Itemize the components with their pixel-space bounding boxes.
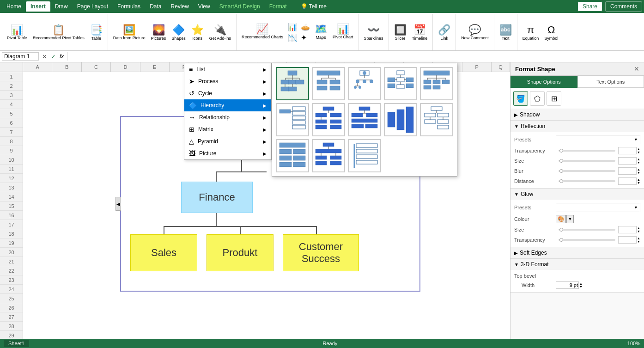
distance-up[interactable]: ▲	[637, 178, 640, 181]
tab-review[interactable]: Review	[166, 1, 193, 12]
hierarchy-option-13[interactable]	[348, 139, 381, 172]
blur-input[interactable]	[618, 167, 637, 175]
reflection-section-header[interactable]: ▼ Reflection	[510, 121, 644, 132]
transparency-up[interactable]: ▲	[637, 147, 640, 151]
symbol-button[interactable]: Ω Symbol	[542, 23, 560, 42]
hierarchy-option-4[interactable]	[384, 67, 417, 100]
new-comment-button[interactable]: 💬 New Comment	[459, 23, 491, 42]
fill-icon-btn[interactable]: 🪣	[513, 91, 528, 106]
line-chart-button[interactable]: 📉	[286, 33, 298, 43]
tab-shape-options[interactable]: Shape Options	[510, 76, 577, 88]
soft-edges-section-header[interactable]: ▶ Soft Edges	[510, 247, 644, 258]
presets-dropdown[interactable]: ▼	[556, 135, 640, 144]
pivot-table-button[interactable]: 📊 Pivot Table	[5, 23, 30, 42]
share-button[interactable]: Share	[577, 1, 602, 12]
glow-size-down[interactable]: ▼	[637, 230, 640, 233]
hierarchy-option-2[interactable]	[312, 67, 345, 100]
glow-transparency-up[interactable]: ▲	[637, 237, 640, 240]
pictures-button[interactable]: 🌄 Pictures	[149, 23, 169, 42]
scroll-handle-left[interactable]: ◀	[115, 197, 121, 211]
slicer-button[interactable]: 🔲 Slicer	[392, 23, 409, 42]
icons-button[interactable]: ⭐ Icons	[189, 23, 206, 42]
size-input[interactable]	[618, 157, 637, 165]
three-d-section-header[interactable]: ▼ 3-D Format	[510, 259, 644, 270]
tab-data[interactable]: Data	[145, 1, 166, 12]
tab-view[interactable]: View	[194, 1, 215, 12]
glow-transparency-input[interactable]	[618, 236, 637, 244]
size-down[interactable]: ▼	[637, 161, 640, 164]
recommended-charts-button[interactable]: 📈 Recommended Charts	[239, 22, 286, 41]
link-button[interactable]: 🔗 Link	[436, 23, 453, 42]
hierarchy-option-6[interactable]	[276, 103, 309, 136]
glow-size-up[interactable]: ▲	[637, 226, 640, 230]
size-slider[interactable]	[559, 160, 615, 162]
format-panel-close-button[interactable]: ✕	[634, 65, 639, 73]
menu-item-matrix[interactable]: ⊞ Matrix ▶	[184, 123, 271, 135]
glow-size-input[interactable]	[618, 226, 637, 233]
size-icon-btn[interactable]: ⊞	[547, 91, 561, 106]
distance-input[interactable]	[618, 177, 637, 185]
glow-colour-btn[interactable]: 🎨	[556, 215, 566, 223]
tab-text-options[interactable]: Text Options	[577, 76, 644, 88]
glow-size-slider[interactable]	[559, 229, 615, 231]
sparklines-button[interactable]: 〰️ Sparklines	[361, 23, 385, 42]
shapes-button[interactable]: 🔷 Shapes	[169, 23, 188, 42]
hierarchy-option-11[interactable]	[276, 139, 309, 172]
tab-insert[interactable]: Insert	[26, 1, 50, 12]
tab-draw[interactable]: Draw	[50, 1, 73, 12]
bar-chart-button[interactable]: 📊	[286, 22, 298, 32]
hierarchy-option-9[interactable]	[384, 103, 417, 136]
distance-down[interactable]: ▼	[637, 181, 640, 184]
tell-me[interactable]: 💡 Tell me	[296, 1, 331, 12]
sheet-tab[interactable]: Sheet1	[4, 340, 29, 347]
equation-button[interactable]: π Equation	[520, 23, 541, 42]
glow-transparency-down[interactable]: ▼	[637, 240, 640, 243]
text-button[interactable]: 🔤 Text	[497, 23, 514, 42]
menu-item-pyramid[interactable]: △ Pyramid ▶	[184, 135, 271, 147]
shadow-section-header[interactable]: ▶ Shadow	[510, 109, 644, 120]
distance-slider[interactable]	[559, 180, 615, 182]
cancel-formula-icon[interactable]: ✕	[41, 53, 49, 60]
effects-icon-btn[interactable]: ⬠	[530, 91, 545, 106]
menu-item-picture[interactable]: 🖼 Picture ▶	[184, 147, 271, 159]
recommended-pivot-button[interactable]: 📋 Recommended Pivot Tables	[30, 23, 87, 42]
pie-chart-button[interactable]: 🥧	[299, 22, 311, 32]
menu-item-cycle[interactable]: ↺ Cycle ▶	[184, 87, 271, 99]
timeline-button[interactable]: 📅 Timeline	[410, 23, 430, 42]
hierarchy-option-10[interactable]	[420, 103, 453, 136]
tab-formulas[interactable]: Formulas	[113, 1, 145, 12]
confirm-formula-icon[interactable]: ✓	[49, 53, 57, 60]
hierarchy-option-12[interactable]	[312, 139, 345, 172]
glow-section-header[interactable]: ▼ Glow	[510, 189, 644, 200]
glow-transparency-slider[interactable]	[559, 239, 615, 241]
hierarchy-option-1[interactable]	[276, 67, 309, 100]
bevel-width-up[interactable]: ▲	[579, 282, 583, 285]
produkt-box[interactable]: Produkt	[207, 234, 273, 271]
comments-button[interactable]: Comments	[605, 1, 642, 12]
tab-format[interactable]: Format	[265, 1, 292, 12]
blur-down[interactable]: ▼	[637, 171, 640, 174]
table-button[interactable]: 📑 Table	[88, 23, 105, 42]
insert-function-icon[interactable]: fx	[58, 53, 65, 60]
hierarchy-option-8[interactable]	[348, 103, 381, 136]
transparency-down[interactable]: ▼	[637, 151, 640, 154]
formula-input[interactable]	[69, 53, 642, 60]
transparency-input[interactable]	[618, 147, 637, 154]
hierarchy-option-3[interactable]	[348, 67, 381, 100]
menu-item-relationship[interactable]: ↔ Relationship ▶	[184, 111, 271, 123]
bevel-width-down[interactable]: ▼	[579, 285, 583, 288]
menu-item-list[interactable]: ≡ List ▶	[184, 63, 271, 75]
tab-smartart-design[interactable]: SmartArt Design	[215, 1, 265, 12]
tab-home[interactable]: Home	[2, 1, 26, 12]
blur-up[interactable]: ▲	[637, 168, 640, 171]
glow-colour-dropdown[interactable]: ▼	[566, 215, 574, 223]
glow-presets-dropdown[interactable]: ▼	[556, 203, 640, 212]
customer-success-box[interactable]: CustomerSuccess	[283, 234, 359, 271]
menu-item-hierarchy[interactable]: 🔷 Hierarchy ▶	[184, 99, 271, 111]
hierarchy-option-5[interactable]	[420, 67, 453, 100]
data-from-picture-button[interactable]: 🖼️ Data from Picture	[111, 23, 148, 42]
maps-button[interactable]: 🗺️ Maps	[312, 22, 329, 41]
bevel-width-input[interactable]	[556, 281, 579, 289]
hierarchy-option-7[interactable]	[312, 103, 345, 136]
get-addins-button[interactable]: 🔌 Get Add-ins	[207, 23, 233, 42]
